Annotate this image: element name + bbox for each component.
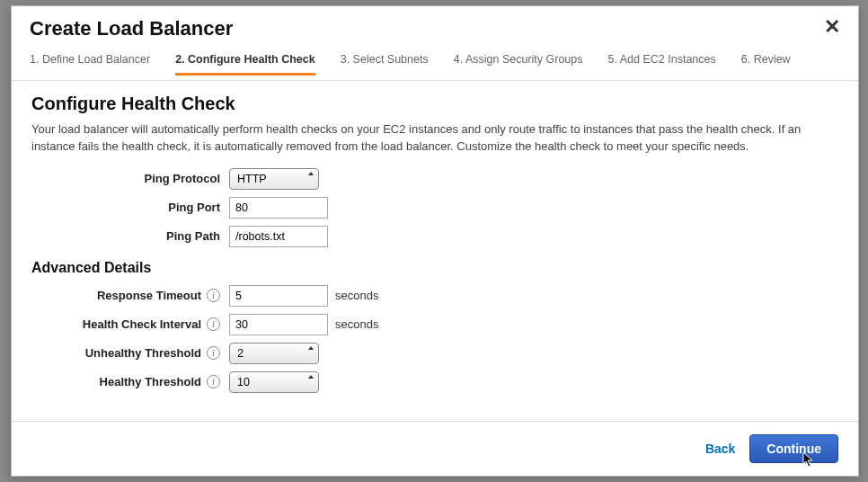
unit-seconds: seconds [335, 317, 378, 331]
label-text: Unhealthy Threshold [85, 346, 201, 360]
label-unhealthy-threshold: Unhealthy Threshold i [31, 346, 229, 360]
healthy-threshold-select[interactable]: 10 [229, 371, 319, 393]
section-title: Configure Health Check [31, 94, 838, 114]
response-timeout-input[interactable] [229, 285, 328, 307]
step-define-load-balancer[interactable]: 1. Define Load Balancer [30, 48, 150, 75]
row-unhealthy-threshold: Unhealthy Threshold i 2 [31, 343, 838, 364]
continue-button[interactable]: Continue [749, 434, 838, 463]
health-check-interval-input[interactable] [229, 314, 328, 335]
unit-seconds: seconds [335, 289, 378, 302]
ping-path-input[interactable] [229, 226, 328, 247]
step-configure-health-check[interactable]: 2. Configure Health Check [175, 48, 315, 76]
info-icon[interactable]: i [207, 289, 220, 302]
label-health-check-interval: Health Check Interval i [31, 317, 229, 331]
modal-content: Configure Health Check Your load balance… [12, 81, 858, 421]
select-wrap: HTTP [229, 168, 319, 190]
ping-port-input[interactable] [229, 197, 328, 219]
row-health-check-interval: Health Check Interval i seconds [31, 314, 838, 335]
label-ping-protocol: Ping Protocol [31, 172, 229, 185]
label-ping-port: Ping Port [31, 201, 229, 214]
select-wrap: 10 [229, 371, 319, 393]
step-review[interactable]: 6. Review [741, 48, 791, 75]
row-ping-protocol: Ping Protocol HTTP [31, 168, 838, 190]
section-description: Your load balancer will automatically pe… [31, 121, 838, 156]
label-text: Health Check Interval [83, 317, 201, 331]
modal-title: Create Load Balancer [30, 17, 233, 40]
wizard-steps: 1. Define Load Balancer 2. Configure Hea… [12, 48, 858, 81]
close-icon[interactable]: ✕ [824, 17, 840, 37]
label-text: Response Timeout [97, 289, 201, 302]
step-assign-security-groups[interactable]: 4. Assign Security Groups [454, 48, 583, 75]
advanced-details-title: Advanced Details [31, 260, 838, 276]
create-load-balancer-modal: Create Load Balancer ✕ 1. Define Load Ba… [11, 5, 859, 477]
info-icon[interactable]: i [207, 375, 220, 388]
step-add-ec2-instances[interactable]: 5. Add EC2 Instances [608, 48, 716, 75]
label-healthy-threshold: Healthy Threshold i [31, 375, 229, 388]
row-ping-port: Ping Port [31, 197, 838, 219]
modal-footer: Back Continue [12, 421, 858, 476]
info-icon[interactable]: i [207, 346, 220, 360]
unhealthy-threshold-select[interactable]: 2 [229, 343, 319, 364]
label-text: Healthy Threshold [100, 375, 201, 388]
label-ping-path: Ping Path [31, 229, 229, 243]
ping-protocol-select[interactable]: HTTP [229, 168, 319, 190]
row-ping-path: Ping Path [31, 226, 838, 247]
info-icon[interactable]: i [207, 317, 220, 331]
row-healthy-threshold: Healthy Threshold i 10 [31, 371, 838, 393]
step-select-subnets[interactable]: 3. Select Subnets [341, 48, 429, 75]
back-button[interactable]: Back [705, 442, 735, 456]
modal-header: Create Load Balancer ✕ [12, 6, 858, 48]
row-response-timeout: Response Timeout i seconds [31, 285, 838, 307]
select-wrap: 2 [229, 343, 319, 364]
label-response-timeout: Response Timeout i [31, 289, 229, 302]
